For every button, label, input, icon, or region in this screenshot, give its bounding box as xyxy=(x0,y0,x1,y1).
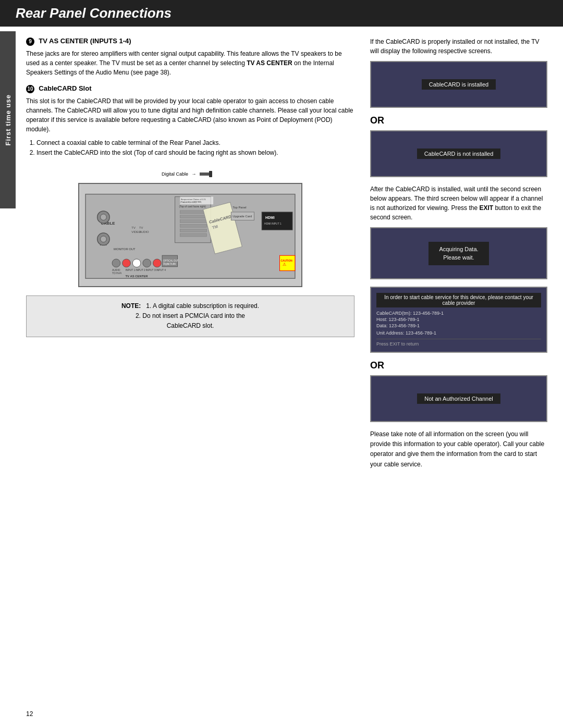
section-10-title: CableCARD Slot xyxy=(39,84,91,92)
svg-point-35 xyxy=(132,259,141,267)
page-number: 12 xyxy=(26,710,33,718)
screen-installed-label: CableCARD is installed xyxy=(422,79,496,90)
note-line1: 1. A digital cable subscription is requi… xyxy=(146,302,259,310)
page-header: Rear Panel Connections xyxy=(0,0,563,27)
right-mid-text: After the CableCARD is installed, wait u… xyxy=(370,184,547,222)
svg-text:INPUT 3: INPUT 3 xyxy=(146,269,156,272)
svg-point-36 xyxy=(143,259,151,267)
svg-rect-23 xyxy=(180,233,206,237)
svg-point-33 xyxy=(112,259,120,267)
svg-text:TV AS CENTER: TV AS CENTER xyxy=(126,275,149,278)
left-column: 9 TV AS CENTER (INPUTS 1-4) These jacks … xyxy=(26,37,354,470)
cable-plug-icon xyxy=(200,170,212,178)
svg-text:INPUT 4: INPUT 4 xyxy=(156,269,166,272)
svg-text:INPUT 2: INPUT 2 xyxy=(136,269,145,272)
section-9-title: TV AS CENTER (INPUTS 1-4) xyxy=(39,37,131,45)
screen-not-installed-label: CableCARD is not installed xyxy=(417,149,501,159)
svg-text:TV: TV xyxy=(139,226,143,229)
svg-text:Upgrade Card: Upgrade Card xyxy=(232,215,252,218)
svg-text:TV: TV xyxy=(131,226,136,229)
page-title: Rear Panel Connections xyxy=(16,5,172,21)
svg-rect-0 xyxy=(200,172,209,176)
svg-point-34 xyxy=(123,259,131,267)
svg-text:MONITOR OUT: MONITOR OUT xyxy=(114,248,136,251)
diagram-area: Digital Cable → xyxy=(26,166,354,287)
right-top-text: If the CableCARD is properly installed o… xyxy=(370,37,547,56)
svg-text:HDMI: HDMI xyxy=(265,216,275,219)
svg-rect-22 xyxy=(180,229,206,232)
svg-rect-48 xyxy=(280,255,295,270)
screen-not-installed-block: CableCARD is not installed xyxy=(370,130,547,177)
screen-acquiring-text: Acquiring Data. Please wait. xyxy=(429,242,488,265)
cable-line: Digital Cable → xyxy=(162,170,212,178)
panel-container: Digital Cable → xyxy=(78,166,302,287)
svg-text:⚠: ⚠ xyxy=(283,262,286,267)
section-9-number: 9 xyxy=(26,38,34,46)
svg-rect-21 xyxy=(180,224,206,227)
or-label-2: OR xyxy=(370,360,547,371)
svg-rect-20 xyxy=(180,220,206,223)
svg-rect-27 xyxy=(262,212,292,230)
step-1: Connect a coaxial cable to cable termina… xyxy=(36,138,354,148)
svg-point-9 xyxy=(101,236,107,242)
svg-point-6 xyxy=(101,214,107,220)
svg-text:AUDIO: AUDIO xyxy=(139,230,149,233)
section-9: 9 TV AS CENTER (INPUTS 1-4) These jacks … xyxy=(26,37,354,77)
svg-text:TO Hi-Fi: TO Hi-Fi xyxy=(112,272,121,275)
note-box: NOTE: 1. A digital cable subscription is… xyxy=(26,295,354,337)
exit-line: Press EXIT to return xyxy=(376,339,541,347)
screen-not-installed-frame: CableCARD is not installed xyxy=(370,130,547,177)
right-bottom-text: Please take note of all information on t… xyxy=(370,429,547,470)
page: Rear Panel Connections First time use 9 … xyxy=(0,0,563,728)
or-label-1: OR xyxy=(370,115,547,126)
svg-text:INPUT 1: INPUT 1 xyxy=(126,269,136,272)
svg-text:HDMI INPUT 1: HDMI INPUT 1 xyxy=(264,223,282,225)
svg-rect-1 xyxy=(209,171,212,177)
svg-text:AUDIO: AUDIO xyxy=(112,269,120,272)
note-line2: 2. Do not insert a PCMCIA card into the xyxy=(136,312,245,319)
svg-text:(Top of card faces right): (Top of card faces right) xyxy=(179,205,206,208)
right-column: If the CableCARD is properly installed o… xyxy=(370,37,547,470)
main-content: 9 TV AS CENTER (INPUTS 1-4) These jacks … xyxy=(0,27,563,480)
section-10: 10 CableCARD Slot This slot is for the C… xyxy=(26,84,354,158)
svg-rect-19 xyxy=(180,215,206,218)
screen-notauth-label: Not an Authorized Channel xyxy=(417,393,500,404)
svg-rect-18 xyxy=(180,211,206,214)
section-10-number: 10 xyxy=(26,85,34,93)
svg-text:Patent Nos. 4,837,820,: Patent Nos. 4,837,820, xyxy=(181,201,202,203)
screen-contact-frame: In order to start cable service for this… xyxy=(370,287,547,353)
cablecard-line: CableCARD(tm): 123-456-789-1 xyxy=(376,311,541,316)
section-10-heading: 10 CableCARD Slot xyxy=(26,84,354,93)
screen-installed-frame: CableCARD is installed xyxy=(370,61,547,108)
screen-contact-block: In order to start cable service for this… xyxy=(370,287,547,353)
side-tab-label: First time use xyxy=(4,94,12,146)
screen-acquiring-block: Acquiring Data. Please wait. xyxy=(370,227,547,279)
rear-panel-illustration: CABLE AIR MONITOR OUT TV TV xyxy=(78,183,302,287)
svg-text:Top Panel: Top Panel xyxy=(232,206,246,209)
cable-diagram-label: Digital Cable → xyxy=(78,166,302,182)
screen-contact-title: In order to start cable service for this… xyxy=(376,293,541,307)
steps-list: Connect a coaxial cable to cable termina… xyxy=(36,138,354,158)
note-label: NOTE: xyxy=(121,302,141,310)
section-9-heading: 9 TV AS CENTER (INPUTS 1-4) xyxy=(26,37,354,46)
screen-notauth-frame: Not an Authorized Channel xyxy=(370,375,547,422)
svg-point-37 xyxy=(153,259,161,267)
screen-installed-block: CableCARD is installed xyxy=(370,61,547,108)
data-line: Data: 123-456-789-1 xyxy=(376,323,541,328)
screen-acquiring-frame: Acquiring Data. Please wait. xyxy=(370,227,547,279)
panel-svg: CABLE AIR MONITOR OUT TV TV xyxy=(79,184,301,286)
screen-notauth-block: Not an Authorized Channel xyxy=(370,375,547,422)
digital-cable-label: Digital Cable xyxy=(162,171,188,177)
svg-text:Digital Audio: Digital Audio xyxy=(163,263,176,265)
step-2: Insert the CableCARD into the slot (Top … xyxy=(36,148,354,158)
unit-line: Unit Address: 123-456-789-1 xyxy=(376,330,541,336)
section-10-body: This slot is for the CableCARD that will… xyxy=(26,96,354,134)
note-line3: CableCARD slot. xyxy=(167,322,214,329)
section-9-body: These jacks are for stereo amplifiers wi… xyxy=(26,49,354,77)
side-tab: First time use xyxy=(0,31,16,208)
svg-text:OPTICAL OUT: OPTICAL OUT xyxy=(163,260,179,262)
host-line: Host: 123-456-789-1 xyxy=(376,317,541,322)
